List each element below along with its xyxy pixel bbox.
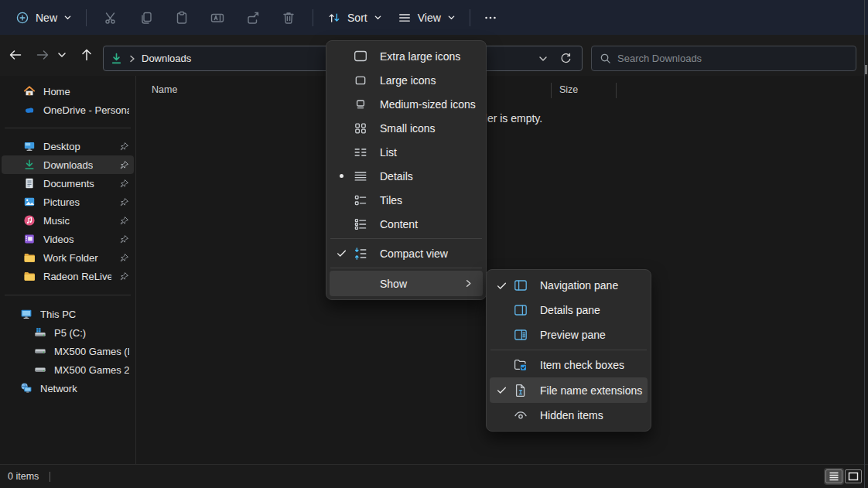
menu-item-extra-large-icons[interactable]: Extra large icons [330,44,483,68]
submenu-item-hidden-items[interactable]: Hidden items [490,403,648,428]
sidebar-item-videos[interactable]: Videos [2,230,134,248]
sidebar-item-radeon-relive[interactable]: Radeon ReLive [2,267,134,285]
details-view-toggle[interactable] [825,469,842,483]
check-icon [336,247,347,259]
downloads-icon [23,159,36,171]
status-separator [50,472,50,482]
menu-item-details[interactable]: Details [330,164,483,188]
breadcrumb-downloads[interactable]: Downloads [142,53,191,64]
menu-item-large-icons[interactable]: Large icons [330,68,483,92]
submenu-item-file-name-extensions[interactable]: File name extensions [490,377,648,403]
recent-locations-button[interactable] [53,43,71,67]
menu-item-medium-sized-icons[interactable]: Medium-sized icons [330,92,483,116]
menu-item-list[interactable]: List [330,140,483,164]
file-name-extensions-icon [513,383,528,398]
cut-button[interactable] [93,5,128,30]
sidebar-item-drive-e[interactable]: MX500 Games 2 (E:) [2,360,134,379]
column-separator[interactable] [616,83,617,98]
details-pane-icon [513,302,528,318]
pin-icon [119,216,129,226]
status-bar: 0 items [0,464,868,488]
rename-button[interactable] [200,5,235,30]
details-view-icon [829,472,839,481]
chevron-down-icon [447,13,456,22]
sidebar-item-home[interactable]: Home [2,82,134,101]
navigation-pane: Home OneDrive - Personal Desktop Downloa… [0,76,136,464]
breadcrumb-chevron-icon [128,54,137,63]
sort-icon [327,11,341,25]
more-options-button[interactable] [477,5,504,30]
view-button[interactable]: View [390,5,463,30]
cut-icon [103,10,118,26]
delete-icon [281,10,296,26]
sidebar-item-work-folder[interactable]: Work Folder [2,248,134,267]
command-bar: New [0,0,868,35]
sidebar-item-drive-d[interactable]: MX500 Games (D:) [2,342,134,360]
back-arrow-icon [8,47,23,63]
pin-icon [119,160,129,170]
delete-button[interactable] [271,5,306,30]
search-box[interactable] [591,46,856,71]
sidebar-item-desktop[interactable]: Desktop [2,137,134,155]
up-button[interactable] [74,43,99,67]
address-dropdown-icon[interactable] [538,53,548,64]
pin-icon [119,234,129,244]
sidebar-item-downloads[interactable]: Downloads [2,155,134,174]
thumbnail-view-toggle[interactable] [845,469,862,483]
sidebar-item-drive-c[interactable]: P5 (C:) [2,323,134,342]
sidebar-divider [5,295,131,295]
sidebar-item-onedrive[interactable]: OneDrive - Personal [2,101,134,119]
back-button[interactable] [3,43,28,67]
submenu-item-navigation-pane[interactable]: Navigation pane [490,273,648,298]
search-input[interactable] [617,53,848,64]
forward-button[interactable] [30,43,55,67]
submenu-item-preview-pane[interactable]: Preview pane [490,322,648,347]
drive-icon [34,345,46,357]
hidden-items-icon [513,408,528,423]
menu-item-content[interactable]: Content [330,212,483,236]
menu-item-small-icons[interactable]: Small icons [330,116,483,140]
compact-view-icon [353,246,368,261]
submenu-item-details-pane[interactable]: Details pane [490,298,648,322]
navigation-pane-icon [513,278,528,293]
scrollbar-mark[interactable] [865,65,867,74]
column-separator[interactable] [551,83,552,98]
refresh-icon[interactable] [559,52,572,65]
sidebar-item-pictures[interactable]: Pictures [2,193,134,211]
sidebar-item-documents[interactable]: Documents [2,174,134,193]
this-pc-icon [20,308,32,320]
column-headers: Name Size [137,82,868,99]
menu-item-tiles[interactable]: Tiles [330,188,483,212]
submenu-item-item-check-boxes[interactable]: Item check boxes [490,353,648,377]
copy-button[interactable] [128,5,164,30]
downloads-location-icon [110,52,123,65]
menu-item-compact-view[interactable]: Compact view [330,241,483,265]
more-ellipsis-icon [484,11,497,25]
selected-bullet-indicator [340,174,343,178]
search-icon [600,53,611,64]
sidebar-item-music[interactable]: Music [2,211,134,230]
sidebar-item-this-pc[interactable]: This PC [2,305,134,323]
pin-icon [119,179,129,189]
paste-button[interactable] [164,5,200,30]
share-button[interactable] [235,5,271,30]
new-button-label: New [36,12,57,24]
sidebar-item-network[interactable]: Network [2,379,134,398]
tiles-icon [353,193,368,208]
share-icon [245,10,261,26]
pin-icon [119,197,129,207]
sort-button[interactable]: Sort [320,5,390,30]
column-header-size[interactable]: Size [559,84,578,95]
column-header-name[interactable]: Name [152,84,177,95]
new-button[interactable]: New [8,5,80,30]
chevron-down-icon [63,13,72,22]
folder-icon [23,270,36,282]
folder-icon [23,251,36,264]
small-icons-icon [353,121,368,136]
paste-icon [174,10,190,26]
check-icon [496,384,507,396]
menu-item-show[interactable]: Show [330,271,483,296]
rename-icon [210,10,225,26]
up-arrow-icon [79,47,94,63]
pin-icon [119,142,129,152]
